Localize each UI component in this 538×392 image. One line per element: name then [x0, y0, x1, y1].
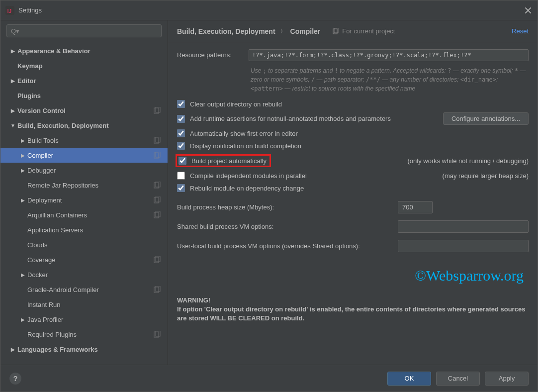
chevron-icon: ▶: [9, 347, 16, 352]
display-notification-label[interactable]: Display notification on build completion: [190, 142, 301, 150]
chevron-right-icon: 〉: [280, 28, 285, 35]
sidebar-item-label: Build, Execution, Deployment: [17, 122, 108, 129]
sidebar-item-label: Remote Jar Repositories: [27, 182, 98, 189]
chevron-icon: ▶: [19, 138, 26, 143]
chevron-icon: ▶: [19, 153, 26, 158]
warning-body: If option 'Clear output directory on reb…: [177, 305, 525, 322]
help-icon[interactable]: ?: [9, 373, 21, 385]
clear-output-label[interactable]: Clear output directory on rebuild: [190, 100, 282, 108]
compile-parallel-checkbox[interactable]: [177, 172, 185, 180]
sidebar-item-label: Deployment: [27, 196, 62, 204]
user-vm-input[interactable]: [398, 240, 529, 252]
sidebar-item-label: Coverage: [27, 256, 55, 264]
sidebar-item-label: Languages & Frameworks: [17, 346, 98, 353]
sidebar-item-label: Debugger: [27, 167, 56, 174]
sidebar-item-version-control[interactable]: ▶Version Control: [0, 103, 168, 118]
heap-size-input[interactable]: [398, 201, 433, 213]
clear-output-checkbox[interactable]: [177, 100, 185, 108]
sidebar-item-label: Application Servers: [27, 226, 83, 234]
highlighted-option: Build project automatically: [176, 154, 271, 167]
sidebar-item-label: Java Profiler: [27, 316, 63, 323]
sidebar-item-gradle-android-compiler[interactable]: Gradle-Android Compiler: [0, 282, 168, 297]
sidebar-item-label: Gradle-Android Compiler: [27, 286, 99, 294]
watermark: ©Websparrow.org: [177, 267, 524, 284]
sidebar-item-label: Clouds: [27, 241, 47, 249]
sidebar-item-label: Keymap: [17, 62, 43, 70]
chevron-icon: ▶: [19, 168, 26, 173]
resource-patterns-input[interactable]: [249, 49, 529, 61]
copy-icon: [332, 28, 339, 35]
chevron-icon: ▶: [19, 197, 26, 203]
chevron-icon: ▶: [9, 48, 16, 54]
chevron-icon: ▼: [9, 123, 16, 128]
sidebar: ▶Appearance & BehaviorKeymap▶EditorPlugi…: [0, 20, 168, 365]
sidebar-item-label: Plugins: [17, 92, 41, 99]
sidebar-item-build-tools[interactable]: ▶Build Tools: [0, 133, 168, 148]
titlebar: IJ Settings: [0, 0, 538, 20]
sidebar-item-label: Version Control: [17, 107, 66, 114]
build-automatically-label[interactable]: Build project automatically: [191, 157, 267, 165]
warning-title: WARNING!: [177, 296, 210, 304]
sidebar-item-application-servers[interactable]: Application Servers: [0, 222, 168, 237]
ok-button[interactable]: OK: [387, 372, 431, 386]
shared-vm-label: Shared build process VM options:: [177, 223, 391, 230]
sidebar-item-label: Arquillian Containers: [27, 211, 87, 219]
sidebar-item-docker[interactable]: ▶Docker: [0, 267, 168, 282]
sidebar-item-label: Instant Run: [27, 301, 61, 308]
resource-patterns-label: Resource patterns:: [177, 49, 242, 59]
sidebar-item-keymap[interactable]: Keymap: [0, 58, 168, 73]
sidebar-item-deployment[interactable]: ▶Deployment: [0, 193, 168, 207]
show-first-error-label[interactable]: Automatically show first error in editor: [190, 130, 298, 137]
sidebar-item-build-execution-deployment[interactable]: ▼Build, Execution, Deployment: [0, 118, 168, 133]
build-auto-note: (only works while not running / debuggin…: [407, 157, 529, 165]
sidebar-item-label: Editor: [17, 77, 36, 85]
sidebar-item-appearance-behavior[interactable]: ▶Appearance & Behavior: [0, 43, 168, 58]
sidebar-item-label: Build Tools: [27, 137, 59, 144]
breadcrumb: Build, Execution, Deployment 〉 Compiler: [177, 27, 320, 35]
notnull-assertions-label[interactable]: Add runtime assertions for notnull-annot…: [190, 115, 391, 122]
sidebar-item-label: Docker: [27, 271, 48, 279]
sidebar-item-label: Required Plugins: [27, 331, 77, 338]
sidebar-item-label: Appearance & Behavior: [17, 47, 90, 55]
sidebar-item-editor[interactable]: ▶Editor: [0, 73, 168, 88]
search-input[interactable]: [6, 24, 162, 37]
settings-window: IJ Settings ▶Appearance & BehaviorKeymap…: [0, 0, 538, 392]
project-scope-note: For current project: [332, 27, 395, 35]
rebuild-dependency-label[interactable]: Rebuild module on dependency change: [190, 185, 304, 192]
sidebar-item-compiler[interactable]: ▶Compiler: [0, 148, 168, 163]
sidebar-item-java-profiler[interactable]: ▶Java Profiler: [0, 312, 168, 327]
sidebar-item-instant-run[interactable]: Instant Run: [0, 297, 168, 312]
settings-tree: ▶Appearance & BehaviorKeymap▶EditorPlugi…: [0, 41, 168, 365]
chevron-icon: ▶: [9, 108, 16, 113]
rebuild-dependency-checkbox[interactable]: [177, 184, 185, 192]
build-automatically-checkbox[interactable]: [179, 157, 186, 165]
sidebar-item-arquillian-containers[interactable]: Arquillian Containers: [0, 207, 168, 222]
breadcrumb-parent[interactable]: Build, Execution, Deployment: [177, 27, 275, 35]
patterns-hint: Use ; to separate patterns and ! to nega…: [251, 66, 529, 93]
main-header: Build, Execution, Deployment 〉 Compiler …: [168, 20, 538, 42]
sidebar-item-languages-frameworks[interactable]: ▶Languages & Frameworks: [0, 342, 168, 357]
sidebar-item-remote-jar-repositories[interactable]: Remote Jar Repositories: [0, 178, 168, 193]
reset-link[interactable]: Reset: [512, 27, 529, 35]
sidebar-item-coverage[interactable]: Coverage: [0, 252, 168, 267]
cancel-button[interactable]: Cancel: [436, 372, 480, 386]
svg-text:IJ: IJ: [7, 7, 11, 13]
sidebar-item-required-plugins[interactable]: Required Plugins: [0, 327, 168, 342]
notnull-assertions-checkbox[interactable]: [177, 115, 185, 123]
warning-block: WARNING! If option 'Clear output directo…: [177, 296, 529, 323]
compile-parallel-label[interactable]: Compile independent modules in parallel: [190, 172, 307, 180]
user-vm-label: User-local build process VM options (ove…: [177, 242, 391, 250]
main-panel: Build, Execution, Deployment 〉 Compiler …: [168, 20, 538, 365]
apply-button[interactable]: Apply: [485, 372, 529, 386]
sidebar-item-plugins[interactable]: Plugins: [0, 88, 168, 103]
close-icon[interactable]: [524, 6, 533, 15]
chevron-icon: ▶: [19, 272, 26, 278]
shared-vm-input[interactable]: [398, 220, 529, 233]
chevron-icon: ▶: [9, 78, 16, 84]
sidebar-item-debugger[interactable]: ▶Debugger: [0, 163, 168, 178]
show-first-error-checkbox[interactable]: [177, 129, 185, 137]
sidebar-item-clouds[interactable]: Clouds: [0, 237, 168, 252]
window-title: Settings: [18, 6, 524, 14]
configure-annotations-button[interactable]: Configure annotations...: [443, 112, 529, 125]
display-notification-checkbox[interactable]: [177, 142, 185, 150]
